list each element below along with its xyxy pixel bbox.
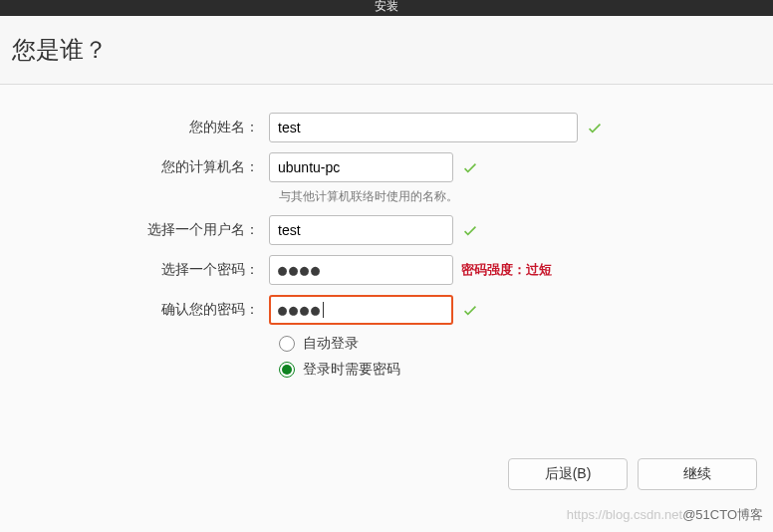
radio-auto-login[interactable]: 自动登录	[279, 335, 753, 353]
label-confirm: 确认您的密码：	[20, 301, 269, 319]
page-title: 您是谁？	[12, 36, 108, 63]
page-header: 您是谁？	[0, 16, 773, 85]
radio-icon	[279, 336, 295, 352]
password-input[interactable]: ●●●●	[269, 255, 453, 285]
footer-buttons: 后退(B) 继续	[508, 458, 757, 490]
label-username: 选择一个用户名：	[20, 221, 269, 239]
radio-icon	[279, 362, 295, 378]
password-strength: 密码强度：过短	[461, 261, 552, 279]
radio-label-require: 登录时需要密码	[303, 361, 400, 379]
radio-label-auto: 自动登录	[303, 335, 359, 353]
label-password: 选择一个密码：	[20, 261, 269, 279]
check-icon	[461, 301, 479, 319]
check-icon	[586, 119, 604, 136]
label-hostname: 您的计算机名：	[20, 158, 269, 176]
radio-require-password[interactable]: 登录时需要密码	[279, 361, 753, 379]
confirm-password-input[interactable]: ●●●●	[269, 295, 453, 325]
text-cursor	[323, 302, 324, 318]
watermark: https://blog.csdn.net@51CTO博客	[567, 506, 763, 524]
check-icon	[461, 221, 479, 239]
username-input[interactable]	[269, 215, 453, 245]
hostname-hint: 与其他计算机联络时使用的名称。	[279, 188, 753, 205]
label-name: 您的姓名：	[20, 119, 269, 136]
hostname-input[interactable]	[269, 152, 453, 182]
window-title: 安装	[375, 0, 398, 13]
check-icon	[461, 158, 479, 176]
back-button[interactable]: 后退(B)	[508, 458, 628, 490]
window-titlebar: 安装	[0, 0, 773, 16]
name-input[interactable]	[269, 113, 578, 142]
continue-button[interactable]: 继续	[638, 458, 757, 490]
form-area: 您的姓名： 您的计算机名： 与其他计算机联络时使用的名称。 选择一个用户名： 选…	[0, 85, 773, 397]
